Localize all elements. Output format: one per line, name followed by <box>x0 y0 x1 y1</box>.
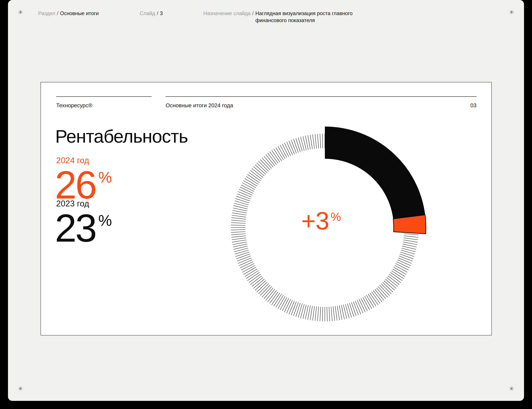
meta-purpose-value: Наглядная визуализация роста главного фи… <box>255 10 365 24</box>
meta-separator: / <box>251 10 255 24</box>
meta-section: Раздел/Основные итоги <box>38 10 99 17</box>
delta-number: +3 <box>301 207 329 235</box>
stat-2023-number: 23 <box>55 206 95 250</box>
canvas: { "colors": { "accent": "#FA4B14", "ink"… <box>0 0 532 409</box>
stat-2023-unit: % <box>98 213 112 228</box>
stat-2024-unit: % <box>98 170 112 185</box>
registration-plus-icon <box>18 10 23 14</box>
stat-2024-value: 26% <box>55 165 112 204</box>
gauge-delta-annotation: +3% <box>301 209 341 233</box>
registration-plus-icon <box>509 10 514 14</box>
brand-name: Техноресурс® <box>56 102 92 109</box>
page-background: Раздел/Основные итоги Слайд/3 Назначение… <box>8 0 524 401</box>
slide-page-number: 03 <box>166 102 476 109</box>
section-rule <box>166 96 476 97</box>
registration-cross-icon <box>18 386 23 391</box>
meta-section-value: Основные итоги <box>60 10 99 16</box>
delta-unit: % <box>331 211 341 223</box>
meta-purpose-label: Назначение слайда <box>203 10 251 24</box>
brand-rule <box>56 96 152 97</box>
meta-slide-number: Слайд/3 <box>140 10 163 17</box>
stat-2023-value: 23% <box>55 209 112 248</box>
meta-purpose: Назначение слайда/Наглядная визуализация… <box>203 10 365 24</box>
gauge-segment <box>325 127 425 219</box>
meta-separator: / <box>55 10 60 16</box>
meta-slide-value: 3 <box>160 10 163 16</box>
meta-section-label: Раздел <box>38 10 55 16</box>
meta-slide-label: Слайд <box>140 10 155 16</box>
registration-cross-icon <box>509 386 514 391</box>
slide-title: Рентабельность <box>55 127 188 145</box>
meta-separator: / <box>155 10 160 16</box>
slide-card: Техноресурс® Основные итоги 2024 года 03… <box>41 82 492 336</box>
